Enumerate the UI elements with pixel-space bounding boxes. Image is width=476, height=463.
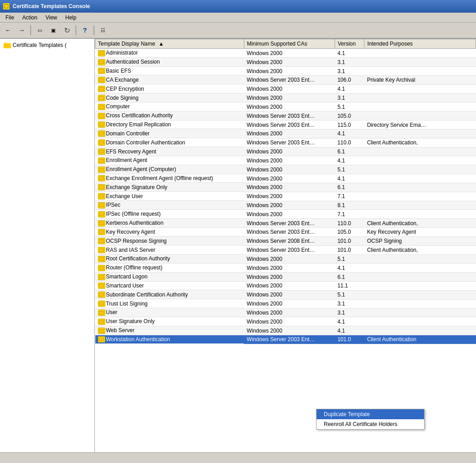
cell-purposes	[364, 174, 476, 183]
svg-rect-93	[100, 240, 103, 242]
cell-purposes: Client Authentication	[364, 335, 476, 344]
svg-rect-109	[100, 276, 103, 278]
cell-name: OCSP Response Signing	[95, 236, 244, 245]
table-row[interactable]: Kerberos AuthenticationWindows Server 20…	[95, 219, 476, 228]
table-row[interactable]: Key Recovery AgentWindows Server 2003 En…	[95, 228, 476, 237]
table-row[interactable]: Authenticated SessionWindows 20003.1	[95, 58, 476, 67]
cell-name-text: Subordinate Certification Authority	[106, 292, 188, 298]
cell-name-text: Root Certification Authority	[106, 255, 170, 262]
table-row[interactable]: Subordinate Certification AuthorityWindo…	[95, 290, 476, 299]
cell-name: EFS Recovery Agent	[95, 147, 244, 156]
table-row[interactable]: CEP EncryptionWindows 20004.1	[95, 84, 476, 93]
cell-version: 115.0	[335, 120, 364, 130]
table-row[interactable]: EFS Recovery AgentWindows 20006.1	[95, 147, 476, 156]
help-button[interactable]: ?	[79, 24, 91, 36]
row-cert-icon	[98, 300, 105, 307]
table-row[interactable]: IPSec (Offline request)Windows 20007.1	[95, 210, 476, 219]
cell-name-text: IPSec (Offline request)	[106, 211, 161, 217]
back-button[interactable]: ←	[2, 24, 14, 36]
svg-rect-105	[100, 267, 103, 269]
table-row[interactable]: User Signature OnlyWindows 20004.1	[95, 317, 476, 326]
table-row[interactable]: Root Certification AuthorityWindows 2000…	[95, 255, 476, 264]
table-row[interactable]: Smartcard UserWindows 200011.1	[95, 282, 476, 291]
cell-name-text: CA Exchange	[106, 77, 139, 83]
cell-purposes	[364, 282, 476, 291]
table-row[interactable]: UserWindows 20003.1	[95, 308, 476, 317]
menu-help[interactable]: Help	[62, 14, 80, 22]
cell-name: Basic EFS	[95, 67, 244, 76]
cell-ca: Windows 2000	[244, 84, 335, 93]
toolbar-sep-3	[93, 25, 94, 35]
table-row[interactable]: Code SigningWindows 20003.1	[95, 93, 476, 102]
svg-rect-81	[100, 213, 103, 216]
cell-version: 105.0	[335, 111, 364, 120]
ctx-menu-item-duplicate[interactable]: Duplicate Template	[317, 409, 424, 419]
cell-name-text: Cross Certification Authority	[106, 112, 173, 119]
row-cert-icon	[98, 85, 105, 92]
cell-name-text: Administrator	[106, 50, 138, 56]
forward-button[interactable]: →	[15, 24, 28, 36]
refresh-button[interactable]: ↻	[61, 24, 73, 36]
col-header-version[interactable]: Version	[335, 39, 364, 49]
table-row[interactable]: IPSecWindows 20008.1	[95, 201, 476, 210]
cell-purposes	[364, 308, 476, 317]
table-row[interactable]: Directory Email ReplicationWindows Serve…	[95, 120, 476, 130]
table-row[interactable]: OCSP Response SigningWindows Server 2008…	[95, 236, 476, 245]
cell-name: Web Server	[95, 326, 244, 335]
cell-ca: Windows 2000	[244, 201, 335, 210]
svg-rect-97	[100, 249, 103, 251]
table-row[interactable]: Workstation AuthenticationWindows Server…	[95, 335, 476, 344]
properties-button[interactable]: ▣	[47, 24, 60, 36]
table-row[interactable]: ComputerWindows 20005.1	[95, 102, 476, 111]
show-hide-tree-button[interactable]: ▭	[33, 24, 46, 36]
cell-purposes	[364, 273, 476, 282]
cell-ca: Windows 2000	[244, 317, 335, 326]
table-row[interactable]: CA ExchangeWindows Server 2003 Ent…106.0…	[95, 75, 476, 84]
menu-action[interactable]: Action	[19, 14, 41, 22]
sidebar-item-cert-templates[interactable]: Certificate Templates (	[0, 41, 94, 50]
cell-version: 4.1	[335, 129, 364, 138]
export-button[interactable]: ☷	[97, 24, 109, 36]
table-row[interactable]: Router (Offline request)Windows 20004.1	[95, 264, 476, 273]
cell-name: Directory Email Replication	[95, 120, 244, 130]
sidebar-item-label: Certificate Templates (	[13, 42, 66, 48]
table-row[interactable]: Trust List SigningWindows 20003.1	[95, 299, 476, 308]
col-header-purposes[interactable]: Intended Purposes	[364, 39, 476, 49]
cell-version: 6.1	[335, 273, 364, 282]
svg-rect-113	[100, 284, 103, 287]
col-header-name[interactable]: Template Display Name ▲	[95, 39, 244, 49]
svg-rect-2	[5, 5, 8, 8]
content-area: Template Display Name ▲ Minimum Supporte…	[95, 39, 476, 452]
table-row[interactable]: Cross Certification AuthorityWindows Ser…	[95, 111, 476, 120]
table-row[interactable]: Exchange UserWindows 20007.1	[95, 192, 476, 201]
row-cert-icon	[98, 291, 105, 298]
table-row[interactable]: AdministratorWindows 20004.1	[95, 49, 476, 58]
menu-view[interactable]: View	[42, 14, 61, 22]
ctx-menu-item-reenroll[interactable]: Reenroll All Certificate Holders	[317, 419, 424, 429]
svg-rect-13	[100, 61, 103, 64]
table-row[interactable]: Exchange Signature OnlyWindows 20006.1	[95, 183, 476, 192]
row-cert-icon	[98, 336, 105, 343]
cell-version: 5.1	[335, 165, 364, 174]
row-cert-icon	[98, 94, 105, 101]
table-row[interactable]: Basic EFSWindows 20003.1	[95, 67, 476, 76]
table-row[interactable]: RAS and IAS ServerWindows Server 2003 En…	[95, 245, 476, 255]
folder-icon	[4, 42, 11, 49]
row-cert-icon	[98, 282, 105, 289]
col-header-ca[interactable]: Minimum Supported CAs	[244, 39, 335, 49]
table-row[interactable]: Domain ControllerWindows 20004.1	[95, 129, 476, 138]
table-row[interactable]: Enrollment Agent (Computer)Windows 20005…	[95, 165, 476, 174]
table-row[interactable]: Smartcard LogonWindows 20006.1	[95, 273, 476, 282]
table-row[interactable]: Exchange Enrollment Agent (Offline reque…	[95, 174, 476, 183]
cell-ca: Windows 2000	[244, 147, 335, 156]
cell-ca: Windows 2000	[244, 192, 335, 201]
cell-purposes	[364, 67, 476, 76]
table-row[interactable]: Web ServerWindows 20004.1	[95, 326, 476, 335]
table-container[interactable]: Template Display Name ▲ Minimum Supporte…	[95, 39, 476, 452]
table-row[interactable]: Enrollment AgentWindows 20004.1	[95, 156, 476, 165]
title-bar: Certificate Templates Console	[0, 0, 476, 13]
cell-name: Root Certification Authority	[95, 255, 244, 264]
table-row[interactable]: Domain Controller AuthenticationWindows …	[95, 138, 476, 147]
cell-purposes: Client Authentication,	[364, 245, 476, 255]
menu-file[interactable]: File	[2, 14, 18, 22]
